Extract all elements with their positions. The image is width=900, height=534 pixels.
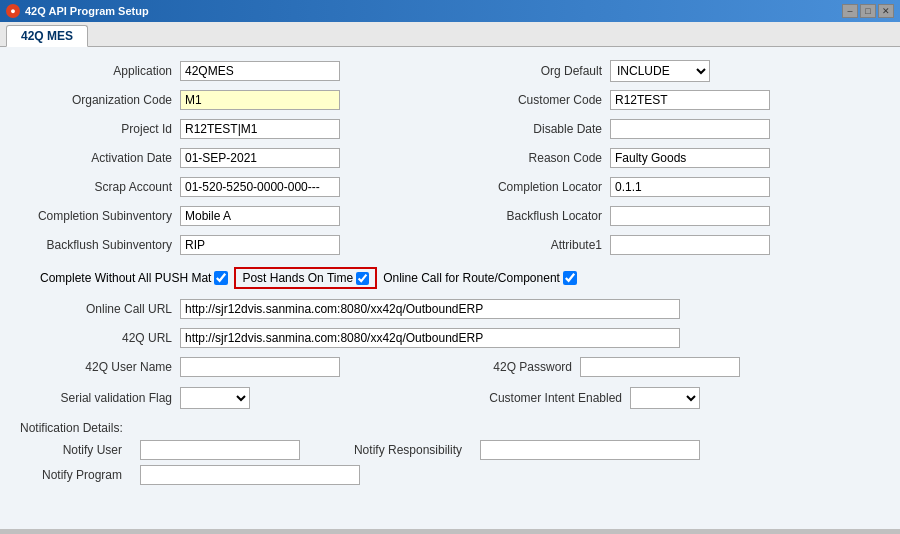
checkbox-row: Complete Without All PUSH Mat Post Hands… bbox=[40, 264, 880, 292]
window-controls: – □ ✕ bbox=[842, 4, 894, 18]
online-call-url-input[interactable] bbox=[180, 299, 680, 319]
completion-locator-input[interactable] bbox=[610, 177, 770, 197]
q42-url-input[interactable] bbox=[180, 328, 680, 348]
customer-code-label: Customer Code bbox=[450, 93, 610, 107]
tab-bar: 42Q MES bbox=[0, 22, 900, 47]
main-content: Application Organization Code Project Id… bbox=[0, 47, 900, 529]
minimize-button[interactable]: – bbox=[842, 4, 858, 18]
notify-user-label: Notify User bbox=[20, 443, 130, 457]
q42-password-input[interactable] bbox=[580, 357, 740, 377]
completion-subinv-input[interactable] bbox=[180, 206, 340, 226]
notify-responsibility-label: Notify Responsibility bbox=[310, 443, 470, 457]
backflush-subinv-label: Backflush Subinventory bbox=[20, 238, 180, 252]
online-call-url-label: Online Call URL bbox=[20, 302, 180, 316]
notify-program-label: Notify Program bbox=[20, 468, 130, 482]
q42-url-row: 42Q URL bbox=[20, 326, 880, 350]
reason-code-label: Reason Code bbox=[450, 151, 610, 165]
notify-program-row: Notify Program bbox=[20, 465, 880, 485]
scrap-account-input[interactable] bbox=[180, 177, 340, 197]
project-id-input[interactable] bbox=[180, 119, 340, 139]
q42-url-label: 42Q URL bbox=[20, 331, 180, 345]
org-code-input[interactable] bbox=[180, 90, 340, 110]
reason-code-input[interactable] bbox=[610, 148, 770, 168]
notification-section-label: Notification Details: bbox=[20, 421, 880, 435]
window-title: 42Q API Program Setup bbox=[25, 5, 149, 17]
completion-subinv-label: Completion Subinventory bbox=[20, 209, 180, 223]
attribute1-label: Attribute1 bbox=[450, 238, 610, 252]
activation-date-input[interactable] bbox=[180, 148, 340, 168]
backflush-subinv-input[interactable] bbox=[180, 235, 340, 255]
notify-user-input[interactable] bbox=[140, 440, 300, 460]
complete-without-checkbox-item: Complete Without All PUSH Mat bbox=[40, 271, 228, 285]
online-call-url-row: Online Call URL bbox=[20, 297, 880, 321]
org-default-label: Org Default bbox=[450, 64, 610, 78]
backflush-locator-input[interactable] bbox=[610, 206, 770, 226]
customer-code-input[interactable] bbox=[610, 90, 770, 110]
application-input[interactable] bbox=[180, 61, 340, 81]
serial-validation-select[interactable] bbox=[180, 387, 250, 409]
q42-password-label: 42Q Password bbox=[450, 360, 580, 374]
online-call-checkbox-item: Online Call for Route/Component bbox=[383, 271, 577, 285]
post-hands-checkbox[interactable] bbox=[356, 272, 369, 285]
project-id-label: Project Id bbox=[20, 122, 180, 136]
notify-responsibility-input[interactable] bbox=[480, 440, 700, 460]
q42-username-input[interactable] bbox=[180, 357, 340, 377]
attribute1-input[interactable] bbox=[610, 235, 770, 255]
complete-without-checkbox[interactable] bbox=[214, 271, 228, 285]
notify-program-input[interactable] bbox=[140, 465, 360, 485]
disable-date-input[interactable] bbox=[610, 119, 770, 139]
maximize-button[interactable]: □ bbox=[860, 4, 876, 18]
customer-intent-select[interactable] bbox=[630, 387, 700, 409]
q42-username-label: 42Q User Name bbox=[20, 360, 180, 374]
app-icon: ● bbox=[6, 4, 20, 18]
close-button[interactable]: ✕ bbox=[878, 4, 894, 18]
title-bar: ● 42Q API Program Setup – □ ✕ bbox=[0, 0, 900, 22]
activation-date-label: Activation Date bbox=[20, 151, 180, 165]
online-call-label: Online Call for Route/Component bbox=[383, 271, 560, 285]
post-hands-label: Post Hands On Time bbox=[242, 271, 353, 285]
post-hands-on-time-box: Post Hands On Time bbox=[234, 267, 377, 289]
customer-intent-label: Customer Intent Enabled bbox=[450, 391, 630, 405]
backflush-locator-label: Backflush Locator bbox=[450, 209, 610, 223]
online-call-checkbox[interactable] bbox=[563, 271, 577, 285]
scrap-account-label: Scrap Account bbox=[20, 180, 180, 194]
org-default-select[interactable]: INCLUDE EXCLUDE bbox=[610, 60, 710, 82]
application-label: Application bbox=[20, 64, 180, 78]
disable-date-label: Disable Date bbox=[450, 122, 610, 136]
org-code-label: Organization Code bbox=[20, 93, 180, 107]
notification-section: Notification Details: Notify User Notify… bbox=[20, 421, 880, 485]
notify-user-row: Notify User Notify Responsibility bbox=[20, 440, 880, 460]
complete-without-label: Complete Without All PUSH Mat bbox=[40, 271, 211, 285]
completion-locator-label: Completion Locator bbox=[450, 180, 610, 194]
tab-42qmes[interactable]: 42Q MES bbox=[6, 25, 88, 47]
serial-validation-label: Serial validation Flag bbox=[20, 391, 180, 405]
